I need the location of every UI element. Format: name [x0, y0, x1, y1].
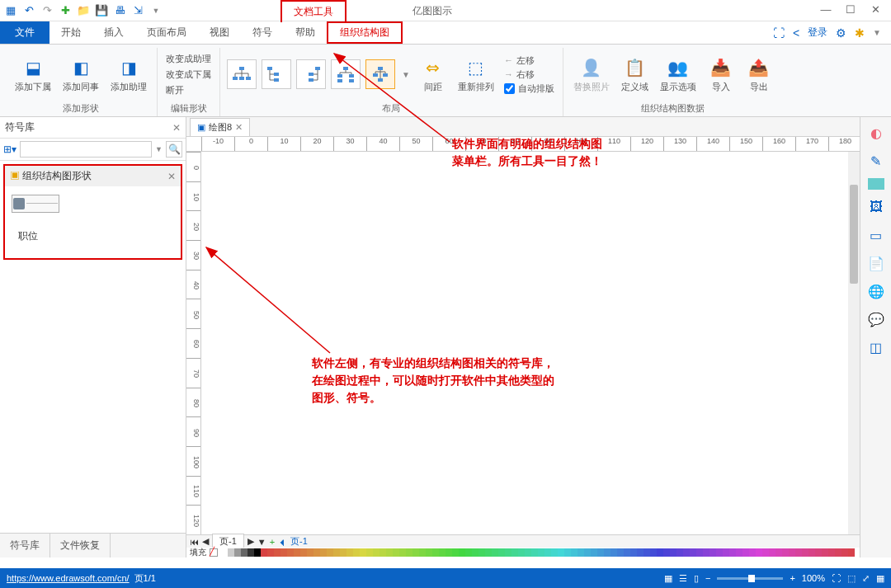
shape-card-1[interactable] [12, 195, 59, 213]
menu-view[interactable]: 视图 [198, 21, 241, 44]
app-menu-icon[interactable]: ▦ [3, 3, 18, 18]
panel-close-icon[interactable]: ✕ [172, 122, 181, 134]
share-icon[interactable]: < [793, 26, 799, 40]
doc-tab-close-icon[interactable]: ✕ [235, 122, 243, 133]
page-dropdown-icon[interactable]: ▼ [257, 537, 266, 547]
disconnect[interactable]: 断开 [163, 83, 187, 97]
status-page: 页1/1 [134, 572, 156, 585]
layout-5[interactable] [365, 59, 395, 89]
settings-icon[interactable]: ⚙ [836, 26, 846, 40]
hierarchy-down-icon: ⬓ [21, 56, 45, 79]
rearrange-button[interactable]: ⬚ 重新排列 [453, 54, 499, 95]
page-nav-prev-icon[interactable]: ◀ [202, 536, 209, 547]
save-icon[interactable]: 💾 [94, 3, 109, 18]
drawing-canvas[interactable] [201, 152, 848, 534]
cloud-icon[interactable]: ⛶ [773, 26, 785, 40]
view-grid-icon[interactable]: ▦ [664, 573, 672, 584]
search-dropdown-icon[interactable]: ▼ [155, 145, 163, 153]
image-icon[interactable]: 🖼 [865, 196, 887, 218]
svg-rect-9 [309, 78, 314, 82]
display-options-button[interactable]: 👥 显示选项 [655, 54, 701, 95]
menu-start[interactable]: 开始 [50, 21, 92, 44]
menu-symbol[interactable]: 符号 [241, 21, 284, 44]
status-url[interactable]: https://www.edrawsoft.com/cn/ [7, 573, 130, 583]
svg-rect-17 [383, 73, 388, 77]
ribbon-collapse-icon[interactable]: ▼ [873, 28, 881, 37]
zoom-out-icon[interactable]: − [705, 573, 710, 583]
pen-icon[interactable]: ✎ [865, 150, 887, 172]
open-icon[interactable]: 📁 [76, 3, 91, 18]
page-nav-next-icon[interactable]: ▶ [248, 536, 254, 547]
no-fill-icon[interactable]: ╱ [210, 548, 218, 557]
fit-page-icon[interactable]: ⬚ [847, 573, 856, 584]
layout-4[interactable] [331, 59, 361, 89]
export-icon[interactable]: ⇲ [130, 3, 145, 18]
login-link[interactable]: 登录 [808, 26, 827, 40]
menu-orgchart[interactable]: 组织结构图 [327, 21, 403, 44]
search-button[interactable]: 🔍 [166, 141, 182, 158]
layout-1[interactable] [227, 59, 257, 89]
export-button[interactable]: 📤 导出 [741, 54, 777, 95]
grid-toggle-icon[interactable]: ▦ [876, 573, 884, 584]
fit-window-icon[interactable]: ⛶ [832, 573, 841, 583]
vertical-ruler: 0102030405060708090100110120 [186, 152, 201, 534]
fill-color-icon[interactable] [868, 178, 884, 190]
auto-layout-checkbox[interactable]: 自动排版 [504, 82, 554, 95]
menu-help[interactable]: 帮助 [284, 21, 327, 44]
shape-icon[interactable]: ▭ [865, 224, 887, 246]
menu-insert[interactable]: 插入 [92, 21, 135, 44]
comment-icon[interactable]: 💬 [865, 308, 887, 330]
page-label: 页-1 [290, 535, 308, 548]
layer-icon[interactable]: ◫ [865, 336, 887, 358]
layout-dropdown-icon[interactable]: ▼ [398, 70, 413, 79]
globe-icon[interactable]: 🌐 [865, 280, 887, 302]
group-add-shape: 添加形状 [63, 101, 99, 116]
undo-icon[interactable]: ↶ [21, 3, 36, 18]
shape-group-close-icon[interactable]: ✕ [167, 171, 176, 182]
theme-icon[interactable]: ◐ [865, 122, 887, 143]
view-page-icon[interactable]: ▯ [694, 573, 699, 584]
add-peer-button[interactable]: ◧ 添加同事 [58, 54, 104, 95]
change-to-subordinate[interactable]: 改变成下属 [163, 68, 214, 82]
zoom-in-icon[interactable]: + [790, 573, 794, 583]
lib-icon[interactable]: ⊞▾ [3, 143, 16, 155]
color-swatches[interactable] [221, 548, 860, 557]
page-add-icon[interactable]: + [270, 537, 275, 547]
file-menu[interactable]: 文件 [0, 21, 50, 44]
svg-rect-11 [337, 74, 342, 78]
minimize-icon[interactable]: — [813, 0, 838, 18]
view-list-icon[interactable]: ☰ [679, 573, 687, 584]
gap-button[interactable]: ⇔ 间距 [415, 54, 451, 95]
tab-file-recovery[interactable]: 文件恢复 [50, 534, 111, 557]
menu-page-layout[interactable]: 页面布局 [135, 21, 198, 44]
svg-rect-16 [373, 73, 378, 77]
page-nav-first-icon[interactable]: ⏮ [190, 537, 199, 547]
maximize-icon[interactable]: ☐ [838, 0, 863, 18]
symbol-search-input[interactable] [20, 141, 152, 158]
contextual-tab[interactable]: 文档工具 [280, 0, 346, 22]
zoom-slider[interactable] [717, 577, 783, 580]
add-subordinate-button[interactable]: ⬓ 添加下属 [10, 54, 56, 95]
replace-photo-button[interactable]: 👤 替换照片 [568, 54, 615, 95]
add-assistant-button[interactable]: ◨ 添加助理 [106, 54, 152, 95]
move-left[interactable]: ←左移 [504, 54, 554, 67]
vertical-scrollbar[interactable] [848, 152, 860, 534]
shape-position[interactable]: 职位 [12, 229, 174, 243]
new-icon[interactable]: ✚ [58, 3, 73, 18]
layout-3[interactable] [296, 59, 326, 89]
redo-icon[interactable]: ↷ [40, 3, 54, 18]
layout-2[interactable] [262, 59, 291, 89]
move-right[interactable]: →右移 [504, 68, 554, 81]
close-icon[interactable]: ✕ [863, 0, 888, 18]
print-icon[interactable]: 🖶 [112, 3, 127, 18]
shape-group-title: 组织结构图形状 [22, 170, 92, 181]
import-button[interactable]: 📥 导入 [703, 54, 739, 95]
change-to-assistant[interactable]: 改变成助理 [163, 52, 214, 66]
tab-symbol-lib[interactable]: 符号库 [0, 534, 50, 557]
define-domain-button[interactable]: 📋 定义域 [616, 54, 653, 95]
fullscreen-icon[interactable]: ⤢ [862, 573, 870, 584]
document-tab[interactable]: ▣ 绘图8 ✕ [190, 118, 250, 136]
page-icon[interactable]: 📄 [865, 252, 887, 274]
svg-rect-12 [349, 74, 354, 78]
qat-dropdown-icon[interactable]: ▼ [148, 3, 163, 18]
